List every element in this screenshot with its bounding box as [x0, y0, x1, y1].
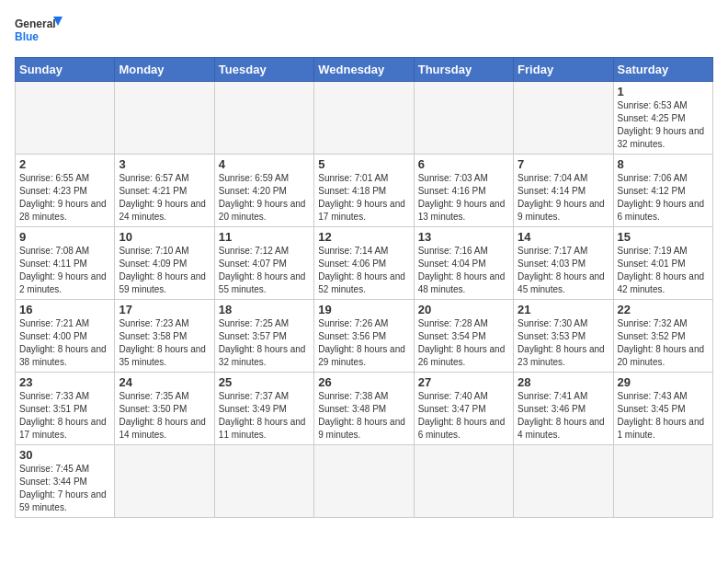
calendar-cell: 26Sunrise: 7:38 AM Sunset: 3:48 PM Dayli… — [314, 373, 414, 445]
day-info: Sunrise: 7:04 AM Sunset: 4:14 PM Dayligh… — [518, 172, 609, 224]
day-info: Sunrise: 7:41 AM Sunset: 3:46 PM Dayligh… — [518, 390, 609, 442]
svg-text:General: General — [15, 17, 56, 30]
day-info: Sunrise: 7:16 AM Sunset: 4:04 PM Dayligh… — [418, 245, 509, 296]
day-info: Sunrise: 7:43 AM Sunset: 3:45 PM Dayligh… — [618, 390, 709, 442]
calendar-cell: 25Sunrise: 7:37 AM Sunset: 3:49 PM Dayli… — [214, 373, 313, 445]
day-info: Sunrise: 7:14 AM Sunset: 4:06 PM Dayligh… — [318, 245, 409, 296]
calendar-cell: 20Sunrise: 7:28 AM Sunset: 3:54 PM Dayli… — [414, 300, 513, 373]
calendar-cell: 17Sunrise: 7:23 AM Sunset: 3:58 PM Dayli… — [115, 300, 214, 373]
day-info: Sunrise: 7:30 AM Sunset: 3:53 PM Dayligh… — [518, 317, 609, 369]
calendar-cell: 1Sunrise: 6:53 AM Sunset: 4:25 PM Daylig… — [613, 82, 712, 155]
weekday-header-tuesday: Tuesday — [214, 58, 313, 82]
weekday-header-row: SundayMondayTuesdayWednesdayThursdayFrid… — [16, 58, 713, 82]
calendar-cell: 11Sunrise: 7:12 AM Sunset: 4:07 PM Dayli… — [214, 227, 313, 300]
weekday-header-monday: Monday — [115, 58, 214, 82]
calendar-cell — [613, 445, 712, 518]
day-number: 13 — [418, 230, 509, 244]
day-number: 22 — [618, 303, 709, 316]
calendar-cell: 7Sunrise: 7:04 AM Sunset: 4:14 PM Daylig… — [514, 155, 613, 227]
calendar-cell: 19Sunrise: 7:26 AM Sunset: 3:56 PM Dayli… — [314, 300, 414, 373]
calendar-week-row: 9Sunrise: 7:08 AM Sunset: 4:11 PM Daylig… — [16, 227, 713, 300]
calendar-cell — [414, 445, 513, 518]
calendar-cell: 4Sunrise: 6:59 AM Sunset: 4:20 PM Daylig… — [214, 155, 313, 227]
calendar-page: General Blue SundayMondayTuesdayWednesda… — [0, 0, 728, 563]
calendar-cell: 9Sunrise: 7:08 AM Sunset: 4:11 PM Daylig… — [16, 227, 115, 300]
calendar-cell: 28Sunrise: 7:41 AM Sunset: 3:46 PM Dayli… — [514, 373, 613, 445]
calendar-cell — [314, 82, 414, 155]
day-info: Sunrise: 7:08 AM Sunset: 4:11 PM Dayligh… — [19, 245, 110, 296]
day-number: 19 — [318, 303, 409, 316]
calendar-cell: 24Sunrise: 7:35 AM Sunset: 3:50 PM Dayli… — [115, 373, 214, 445]
day-info: Sunrise: 7:01 AM Sunset: 4:18 PM Dayligh… — [318, 172, 409, 224]
calendar-table: SundayMondayTuesdayWednesdayThursdayFrid… — [15, 57, 713, 518]
calendar-cell: 23Sunrise: 7:33 AM Sunset: 3:51 PM Dayli… — [16, 373, 115, 445]
day-number: 2 — [19, 157, 110, 171]
day-number: 21 — [518, 303, 609, 316]
day-number: 16 — [19, 303, 110, 316]
calendar-cell: 27Sunrise: 7:40 AM Sunset: 3:47 PM Dayli… — [414, 373, 513, 445]
svg-text:Blue: Blue — [15, 30, 39, 43]
day-info: Sunrise: 7:10 AM Sunset: 4:09 PM Dayligh… — [119, 245, 210, 296]
calendar-cell: 10Sunrise: 7:10 AM Sunset: 4:09 PM Dayli… — [115, 227, 214, 300]
day-info: Sunrise: 7:03 AM Sunset: 4:16 PM Dayligh… — [418, 172, 509, 224]
day-number: 30 — [19, 448, 110, 462]
day-number: 12 — [318, 230, 409, 244]
calendar-cell — [414, 82, 513, 155]
day-number: 24 — [119, 375, 210, 389]
day-info: Sunrise: 7:40 AM Sunset: 3:47 PM Dayligh… — [418, 390, 509, 442]
calendar-cell: 22Sunrise: 7:32 AM Sunset: 3:52 PM Dayli… — [613, 300, 712, 373]
day-number: 3 — [119, 157, 210, 171]
weekday-header-saturday: Saturday — [613, 58, 712, 82]
day-info: Sunrise: 7:37 AM Sunset: 3:49 PM Dayligh… — [219, 390, 310, 442]
day-info: Sunrise: 7:28 AM Sunset: 3:54 PM Dayligh… — [418, 317, 509, 369]
calendar-cell: 16Sunrise: 7:21 AM Sunset: 4:00 PM Dayli… — [16, 300, 115, 373]
day-info: Sunrise: 7:25 AM Sunset: 3:57 PM Dayligh… — [219, 317, 310, 369]
weekday-header-friday: Friday — [514, 58, 613, 82]
calendar-cell: 5Sunrise: 7:01 AM Sunset: 4:18 PM Daylig… — [314, 155, 414, 227]
day-number: 15 — [618, 230, 709, 244]
day-number: 9 — [19, 230, 110, 244]
day-number: 28 — [518, 375, 609, 389]
day-number: 29 — [618, 375, 709, 389]
day-info: Sunrise: 7:17 AM Sunset: 4:03 PM Dayligh… — [518, 245, 609, 296]
day-number: 18 — [219, 303, 310, 316]
calendar-cell: 14Sunrise: 7:17 AM Sunset: 4:03 PM Dayli… — [514, 227, 613, 300]
calendar-cell — [16, 82, 115, 155]
logo: General Blue — [15, 15, 63, 48]
day-info: Sunrise: 7:33 AM Sunset: 3:51 PM Dayligh… — [19, 390, 110, 442]
calendar-cell — [514, 445, 613, 518]
calendar-cell: 3Sunrise: 6:57 AM Sunset: 4:21 PM Daylig… — [115, 155, 214, 227]
calendar-cell: 29Sunrise: 7:43 AM Sunset: 3:45 PM Dayli… — [613, 373, 712, 445]
day-number: 8 — [618, 157, 709, 171]
day-info: Sunrise: 7:06 AM Sunset: 4:12 PM Dayligh… — [618, 172, 709, 224]
calendar-cell: 18Sunrise: 7:25 AM Sunset: 3:57 PM Dayli… — [214, 300, 313, 373]
day-info: Sunrise: 6:55 AM Sunset: 4:23 PM Dayligh… — [19, 172, 110, 224]
calendar-cell — [314, 445, 414, 518]
day-number: 5 — [318, 157, 409, 171]
weekday-header-thursday: Thursday — [414, 58, 513, 82]
calendar-cell: 21Sunrise: 7:30 AM Sunset: 3:53 PM Dayli… — [514, 300, 613, 373]
calendar-week-row: 1Sunrise: 6:53 AM Sunset: 4:25 PM Daylig… — [16, 82, 713, 155]
calendar-cell — [115, 445, 214, 518]
day-info: Sunrise: 7:26 AM Sunset: 3:56 PM Dayligh… — [318, 317, 409, 369]
day-info: Sunrise: 7:23 AM Sunset: 3:58 PM Dayligh… — [119, 317, 210, 369]
calendar-cell: 15Sunrise: 7:19 AM Sunset: 4:01 PM Dayli… — [613, 227, 712, 300]
day-info: Sunrise: 7:45 AM Sunset: 3:44 PM Dayligh… — [19, 463, 110, 514]
calendar-cell — [214, 82, 313, 155]
day-number: 11 — [219, 230, 310, 244]
calendar-cell: 12Sunrise: 7:14 AM Sunset: 4:06 PM Dayli… — [314, 227, 414, 300]
day-number: 10 — [119, 230, 210, 244]
logo-svg: General Blue — [15, 15, 63, 48]
day-number: 26 — [318, 375, 409, 389]
calendar-week-row: 2Sunrise: 6:55 AM Sunset: 4:23 PM Daylig… — [16, 155, 713, 227]
day-number: 14 — [518, 230, 609, 244]
calendar-week-row: 16Sunrise: 7:21 AM Sunset: 4:00 PM Dayli… — [16, 300, 713, 373]
day-number: 25 — [219, 375, 310, 389]
day-info: Sunrise: 6:59 AM Sunset: 4:20 PM Dayligh… — [219, 172, 310, 224]
day-info: Sunrise: 6:53 AM Sunset: 4:25 PM Dayligh… — [618, 99, 709, 151]
calendar-cell: 6Sunrise: 7:03 AM Sunset: 4:16 PM Daylig… — [414, 155, 513, 227]
calendar-cell — [214, 445, 313, 518]
calendar-cell — [115, 82, 214, 155]
day-info: Sunrise: 7:32 AM Sunset: 3:52 PM Dayligh… — [618, 317, 709, 369]
day-number: 4 — [219, 157, 310, 171]
